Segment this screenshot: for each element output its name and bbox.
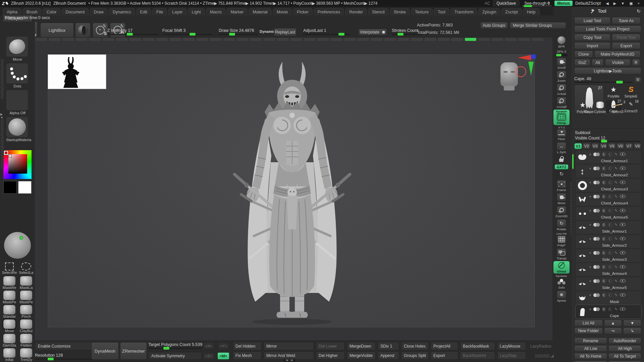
uv-icon[interactable] [602, 265, 606, 269]
replay-last-button[interactable]: ReplayLast [274, 28, 297, 36]
menu-item[interactable]: Material [249, 8, 271, 15]
canvas-tab[interactable] [237, 38, 248, 41]
menu-item[interactable]: File [152, 8, 167, 15]
shelf-button[interactable] [553, 170, 570, 179]
insert-button[interactable]: ↳ [623, 327, 641, 334]
subtool-action-button[interactable]: All To Home [574, 353, 607, 359]
uv-icon[interactable] [602, 293, 606, 297]
difference-icon[interactable] [608, 265, 612, 269]
canvas-tab[interactable] [344, 38, 356, 41]
paint-icon[interactable]: ✎ [614, 223, 618, 227]
paint-icon[interactable]: ✎ [614, 166, 618, 171]
sculpt-brush-button[interactable]: ✎S [93, 23, 108, 38]
menu-item[interactable]: Alpha [3, 8, 21, 15]
uv-icon[interactable] [602, 237, 606, 241]
subtool-row[interactable]: ▾ ✎ Chest_Armour3 [576, 178, 641, 192]
remesh-arrow-icon[interactable]: ▾ [589, 167, 591, 170]
shelf-button[interactable]: Dynamic Solo [553, 274, 570, 290]
remesh-arrow-icon[interactable]: ▾ [589, 237, 591, 241]
uv-icon[interactable] [602, 251, 606, 255]
document-viewport[interactable] [47, 54, 535, 328]
paint-icon[interactable]: ✎ [614, 208, 618, 213]
resize-grip[interactable] [535, 354, 550, 358]
uv-icon[interactable] [602, 307, 606, 311]
draw-size-slider[interactable]: Draw Size 24.4876 [219, 28, 258, 37]
remesh-arrow-icon[interactable]: ▾ [589, 251, 591, 255]
menu-item[interactable]: Macro [206, 8, 226, 15]
remesh-arrow-icon[interactable]: ▾ [589, 153, 591, 156]
canvas-tab[interactable] [36, 38, 47, 41]
visibility-eye-icon[interactable] [620, 237, 626, 240]
light-placement-sphere[interactable] [4, 232, 31, 259]
canvas-tab[interactable] [89, 38, 101, 41]
canvas-tab[interactable] [465, 38, 476, 41]
uv-icon[interactable] [602, 209, 606, 213]
shelf-button[interactable]: Move [553, 193, 570, 205]
difference-icon[interactable] [608, 223, 612, 227]
brush-shortcut[interactable]: MaskLa [18, 276, 35, 290]
canvas-tab[interactable] [290, 38, 302, 41]
current-material-button[interactable] [75, 23, 91, 38]
uv-icon[interactable] [602, 167, 606, 170]
symmetry-axis-button[interactable]: >Z< [203, 352, 215, 360]
camview-axis-widget[interactable] [497, 54, 536, 101]
tool-button[interactable]: Clone [574, 51, 593, 58]
subtool-action-button[interactable]: All High [608, 345, 641, 352]
subtool-row[interactable]: ▾ ✎ Cape [576, 305, 641, 319]
menu-item[interactable]: Stencil [368, 8, 389, 15]
paint-icon[interactable]: ✎ [614, 293, 618, 297]
shelf-button[interactable]: GXYZ [553, 164, 570, 170]
polypaint-icon[interactable] [593, 223, 600, 227]
uv-icon[interactable] [602, 181, 606, 184]
canvas-tab[interactable] [143, 38, 154, 41]
tool-button[interactable]: Export [612, 42, 641, 49]
menu-item[interactable]: Layer [168, 8, 186, 15]
tool-button[interactable]: Load Tool [574, 17, 610, 24]
visibility-tab[interactable]: V5 [608, 143, 616, 149]
window-control-icon[interactable]: ▶ [611, 1, 619, 6]
remesh-arrow-icon[interactable]: ▾ [589, 195, 591, 198]
difference-icon[interactable] [608, 181, 612, 184]
shelf-button[interactable]: X Y Z Floor [553, 126, 570, 141]
canvas-tab[interactable] [103, 38, 114, 41]
geometry-action-button[interactable]: Fix Mesh [233, 352, 262, 360]
geometry-action-button[interactable]: MergeDown [347, 342, 376, 350]
new-folder-button[interactable]: New Folder [574, 327, 603, 334]
canvas-tab[interactable] [505, 38, 517, 41]
remesh-arrow-icon[interactable]: ▾ [589, 279, 591, 283]
subtool-row[interactable]: ▾ ✎ Mask [576, 291, 641, 305]
geometry-action-button[interactable]: Close Holes [401, 342, 429, 350]
tool-button[interactable]: Lightbox▶Tools [574, 67, 641, 74]
canvas-tab[interactable] [425, 38, 436, 41]
adjust-last-slider[interactable]: AdjustLast 1 [303, 28, 350, 37]
window-control-icon[interactable]: ◀ [603, 1, 611, 6]
canvas-tab[interactable] [492, 38, 503, 41]
slider-handle[interactable] [397, 33, 404, 36]
menu-item[interactable]: Zscript [501, 8, 522, 15]
saturation-value-square[interactable] [8, 154, 27, 174]
window-control-icon[interactable]: ▣ [627, 1, 635, 6]
visibility-tab[interactable]: V2 [583, 143, 590, 149]
canvas-tab[interactable] [451, 38, 463, 41]
dynamesh-button[interactable]: DynaMesh [91, 342, 119, 360]
current-material-slot[interactable]: StartupMateria [6, 117, 29, 142]
remesh-arrow-icon[interactable]: ▾ [589, 293, 591, 297]
brush-shortcut[interactable]: MaskPe [18, 290, 35, 305]
duplicate-button[interactable]: ↪ [604, 327, 622, 334]
paint-icon[interactable]: ✎ [614, 307, 618, 311]
paint-icon[interactable]: ✎ [614, 152, 618, 157]
window-control-icon[interactable]: × [635, 1, 642, 6]
geometry-action-button[interactable]: Del Hidden [233, 342, 262, 350]
tray-divider-handle[interactable] [1, 119, 4, 170]
shelf-button[interactable]: Frame [553, 180, 570, 192]
menu-item[interactable]: Preferences [314, 8, 344, 15]
menu-item[interactable]: Edit [136, 8, 152, 15]
see-through-slider[interactable]: See-through 0 [522, 1, 552, 6]
remesh-arrow-icon[interactable]: ▾ [589, 265, 591, 269]
subtool-row[interactable]: ▾ ✎ Side_Armour3 [576, 249, 641, 262]
z-intensity-slider[interactable]: Z Intensity 17 [107, 28, 158, 37]
visibility-eye-icon[interactable] [620, 195, 626, 198]
subtool-action-button[interactable]: Rename [574, 338, 607, 344]
geometry-action-button[interactable]: Del Higher [316, 352, 345, 360]
tool-button[interactable]: Paste Tool [612, 34, 641, 41]
